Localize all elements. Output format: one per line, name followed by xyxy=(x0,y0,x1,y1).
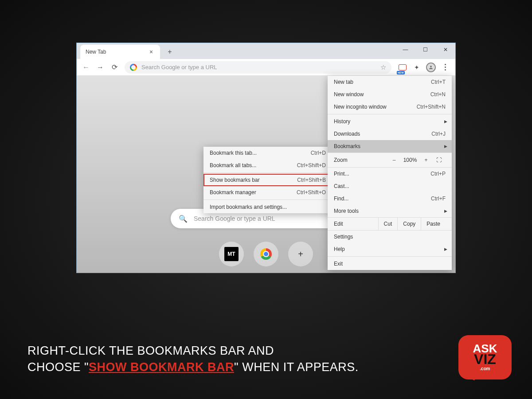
chevron-right-icon: ▶ xyxy=(444,209,447,213)
reload-button[interactable]: ⟳ xyxy=(108,61,121,74)
cut-button[interactable]: Cut xyxy=(378,218,398,230)
search-icon: 🔍 xyxy=(179,215,188,223)
chevron-right-icon: ▶ xyxy=(444,247,447,251)
caption-line2-post: " WHEN IT APPEARS. xyxy=(234,360,359,374)
menu-print[interactable]: Print...Ctrl+P xyxy=(328,168,452,180)
menu-more-tools[interactable]: More tools▶ xyxy=(328,205,452,217)
menu-exit[interactable]: Exit xyxy=(328,258,452,270)
submenu-label: Import bookmarks and settings... xyxy=(210,204,287,210)
menu-show-bookmarks-bar[interactable]: Show bookmarks bar Ctrl+Shift+B xyxy=(203,174,332,186)
menu-downloads[interactable]: DownloadsCtrl+J xyxy=(328,128,452,140)
close-icon[interactable]: × xyxy=(148,48,155,55)
menu-edit-row: Edit Cut Copy Paste xyxy=(328,217,452,231)
chrome-main-menu: New tabCtrl+T New windowCtrl+N New incog… xyxy=(328,76,452,270)
chevron-right-icon: ▶ xyxy=(444,119,447,124)
new-tab-button[interactable]: + xyxy=(164,46,176,58)
zoom-out-button[interactable]: – xyxy=(388,157,400,163)
menu-bookmark-this-tab[interactable]: Bookmark this tab... Ctrl+D xyxy=(203,147,332,159)
zoom-value: 100% xyxy=(400,157,420,163)
toolbar-right: NEW xyxy=(395,63,453,72)
askviz-logo: ASK VIZ .com xyxy=(458,335,512,384)
copy-button[interactable]: Copy xyxy=(397,218,421,230)
extension-icon[interactable]: NEW xyxy=(398,63,407,72)
google-icon xyxy=(130,64,137,71)
edit-label: Edit xyxy=(334,221,378,227)
maximize-button[interactable]: ☐ xyxy=(415,43,435,56)
menu-cast[interactable]: Cast... xyxy=(328,180,452,192)
mt-label: MT xyxy=(224,247,239,261)
submenu-label: Bookmark this tab... xyxy=(210,150,257,156)
star-icon[interactable]: ☆ xyxy=(380,63,386,71)
menu-new-tab[interactable]: New tabCtrl+T xyxy=(328,76,452,88)
menu-bookmark-all-tabs[interactable]: Bookmark all tabs... Ctrl+Shift+D xyxy=(203,159,332,172)
caption-line2-pre: CHOOSE " xyxy=(27,360,89,374)
menu-separator xyxy=(328,256,452,257)
submenu-shortcut: Ctrl+D xyxy=(311,150,326,156)
instruction-caption: RIGHT-CLICK THE BOOKMARKS BAR AND CHOOSE… xyxy=(27,343,359,375)
zoom-label: Zoom xyxy=(334,157,388,163)
menu-zoom-row: Zoom – 100% + ⛶ xyxy=(328,153,452,168)
logo-com: .com xyxy=(480,366,490,371)
caption-line1: RIGHT-CLICK THE BOOKMARKS BAR AND xyxy=(27,344,274,357)
chrome-window: New Tab × + — ☐ ✕ ← → ⟳ Search Google or… xyxy=(76,43,456,273)
zoom-in-button[interactable]: + xyxy=(420,157,432,163)
window-controls: — ☐ ✕ xyxy=(395,43,455,56)
tab-strip: New Tab × + — ☐ ✕ xyxy=(77,43,455,59)
close-window-button[interactable]: ✕ xyxy=(435,43,455,56)
back-button[interactable]: ← xyxy=(79,61,93,74)
menu-history[interactable]: History▶ xyxy=(328,115,452,128)
shortcuts-row: MT + xyxy=(219,242,313,266)
menu-bookmark-manager[interactable]: Bookmark manager Ctrl+Shift+O xyxy=(203,186,332,199)
menu-new-incognito[interactable]: New incognito windowCtrl+Shift+N xyxy=(328,101,452,113)
submenu-separator xyxy=(203,200,332,200)
menu-new-window[interactable]: New windowCtrl+N xyxy=(328,88,452,101)
menu-button[interactable] xyxy=(440,63,450,72)
submenu-separator xyxy=(203,172,332,173)
extensions-button[interactable] xyxy=(412,63,422,72)
submenu-label: Bookmark all tabs... xyxy=(210,162,256,168)
paste-button[interactable]: Paste xyxy=(421,218,446,230)
bookmarks-submenu: Bookmark this tab... Ctrl+D Bookmark all… xyxy=(203,147,332,213)
search-placeholder: Search Google or type a URL xyxy=(194,215,275,222)
shortcut-chrome[interactable] xyxy=(254,242,278,266)
menu-settings[interactable]: Settings xyxy=(328,231,452,243)
submenu-shortcut: Ctrl+Shift+B xyxy=(297,177,326,183)
svg-point-0 xyxy=(430,66,432,67)
menu-help[interactable]: Help▶ xyxy=(328,243,452,255)
shortcut-mt[interactable]: MT xyxy=(219,242,244,266)
submenu-shortcut: Ctrl+Shift+D xyxy=(297,162,326,168)
submenu-label: Bookmark manager xyxy=(210,189,256,196)
new-badge: NEW xyxy=(397,71,405,74)
logo-viz: VIZ xyxy=(474,354,496,365)
minimize-button[interactable]: — xyxy=(395,43,415,56)
menu-import-bookmarks[interactable]: Import bookmarks and settings... xyxy=(203,201,332,213)
tab-title: New Tab xyxy=(86,49,106,55)
fullscreen-button[interactable]: ⛶ xyxy=(432,157,446,163)
chrome-icon xyxy=(260,248,272,260)
chevron-right-icon: ▶ xyxy=(444,144,447,149)
menu-bookmarks[interactable]: Bookmarks▶ xyxy=(328,140,452,153)
forward-button[interactable]: → xyxy=(94,61,107,74)
menu-separator xyxy=(328,114,452,114)
omnibox-placeholder: Search Google or type a URL xyxy=(141,64,217,70)
menu-find[interactable]: Find...Ctrl+F xyxy=(328,192,452,205)
profile-button[interactable] xyxy=(426,63,436,72)
add-shortcut-button[interactable]: + xyxy=(288,242,313,266)
tab-newtab[interactable]: New Tab × xyxy=(80,45,160,59)
omnibox[interactable]: Search Google or type a URL ☆ xyxy=(125,61,391,74)
toolbar: ← → ⟳ Search Google or type a URL ☆ NEW xyxy=(77,59,455,76)
submenu-label: Show bookmarks bar xyxy=(210,177,260,183)
submenu-shortcut: Ctrl+Shift+O xyxy=(297,189,326,196)
caption-highlight: SHOW BOOKMARK BAR xyxy=(89,360,234,374)
